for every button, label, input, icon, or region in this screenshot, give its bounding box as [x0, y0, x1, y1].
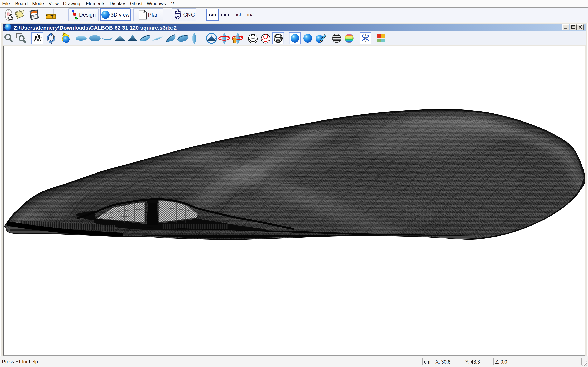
- svg-text:1: 1: [47, 16, 49, 18]
- svg-text:0: 0: [52, 16, 53, 18]
